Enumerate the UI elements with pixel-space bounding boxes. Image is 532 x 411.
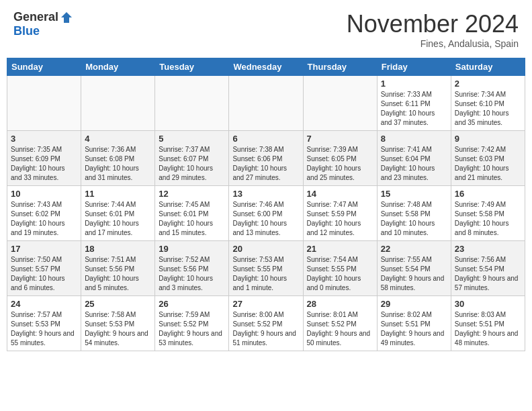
logo-icon <box>60 11 73 24</box>
calendar-header-wednesday: Wednesday <box>229 58 303 76</box>
calendar-header-saturday: Saturday <box>451 58 525 76</box>
day-number: 24 <box>11 299 77 309</box>
day-number: 13 <box>232 189 299 199</box>
calendar-day: 28Sunrise: 8:01 AM Sunset: 5:52 PM Dayli… <box>303 296 377 351</box>
day-number: 27 <box>232 299 299 309</box>
calendar-day: 19Sunrise: 7:52 AM Sunset: 5:56 PM Dayli… <box>155 241 229 296</box>
calendar-header-row: SundayMondayTuesdayWednesdayThursdayFrid… <box>7 58 525 76</box>
calendar-week-row: 10Sunrise: 7:43 AM Sunset: 6:02 PM Dayli… <box>7 186 525 241</box>
calendar-week-row: 17Sunrise: 7:50 AM Sunset: 5:57 PM Dayli… <box>7 241 525 296</box>
location-text: Fines, Andalusia, Spain <box>347 38 519 49</box>
calendar-day: 1Sunrise: 7:33 AM Sunset: 6:11 PM Daylig… <box>377 76 451 131</box>
day-info: Sunrise: 8:00 AM Sunset: 5:52 PM Dayligh… <box>232 310 299 348</box>
day-info: Sunrise: 7:54 AM Sunset: 5:55 PM Dayligh… <box>307 255 373 293</box>
calendar-day <box>303 76 377 131</box>
day-info: Sunrise: 7:36 AM Sunset: 6:08 PM Dayligh… <box>85 145 151 183</box>
calendar-day: 17Sunrise: 7:50 AM Sunset: 5:57 PM Dayli… <box>7 241 81 296</box>
day-number: 2 <box>455 79 521 89</box>
calendar-day <box>155 76 229 131</box>
calendar-day: 11Sunrise: 7:44 AM Sunset: 6:01 PM Dayli… <box>81 186 155 241</box>
calendar-day: 9Sunrise: 7:42 AM Sunset: 6:03 PM Daylig… <box>451 131 525 186</box>
day-info: Sunrise: 7:48 AM Sunset: 5:58 PM Dayligh… <box>381 200 447 238</box>
day-number: 23 <box>455 244 521 254</box>
calendar-day: 3Sunrise: 7:35 AM Sunset: 6:09 PM Daylig… <box>7 131 81 186</box>
day-info: Sunrise: 8:01 AM Sunset: 5:52 PM Dayligh… <box>307 310 373 348</box>
calendar-header-thursday: Thursday <box>303 58 377 76</box>
day-number: 7 <box>307 134 373 144</box>
day-info: Sunrise: 7:58 AM Sunset: 5:53 PM Dayligh… <box>85 310 151 348</box>
day-number: 25 <box>85 299 151 309</box>
day-info: Sunrise: 7:35 AM Sunset: 6:09 PM Dayligh… <box>11 145 77 183</box>
day-number: 18 <box>85 244 151 254</box>
calendar-day: 27Sunrise: 8:00 AM Sunset: 5:52 PM Dayli… <box>229 296 303 351</box>
day-number: 22 <box>381 244 447 254</box>
day-info: Sunrise: 7:41 AM Sunset: 6:04 PM Dayligh… <box>381 145 447 183</box>
day-number: 20 <box>232 244 299 254</box>
day-info: Sunrise: 7:46 AM Sunset: 6:00 PM Dayligh… <box>232 200 299 238</box>
day-number: 14 <box>307 189 373 199</box>
calendar-day: 23Sunrise: 7:56 AM Sunset: 5:54 PM Dayli… <box>451 241 525 296</box>
day-info: Sunrise: 7:37 AM Sunset: 6:07 PM Dayligh… <box>159 145 225 183</box>
day-info: Sunrise: 7:53 AM Sunset: 5:55 PM Dayligh… <box>232 255 299 293</box>
calendar-header-monday: Monday <box>81 58 155 76</box>
day-info: Sunrise: 7:55 AM Sunset: 5:54 PM Dayligh… <box>381 255 447 293</box>
day-number: 9 <box>455 134 521 144</box>
calendar-day: 20Sunrise: 7:53 AM Sunset: 5:55 PM Dayli… <box>229 241 303 296</box>
logo-general-text: General <box>13 10 58 24</box>
day-info: Sunrise: 7:34 AM Sunset: 6:10 PM Dayligh… <box>455 90 521 128</box>
day-number: 19 <box>159 244 225 254</box>
day-info: Sunrise: 7:51 AM Sunset: 5:56 PM Dayligh… <box>85 255 151 293</box>
calendar-day: 30Sunrise: 8:03 AM Sunset: 5:51 PM Dayli… <box>451 296 525 351</box>
calendar-header-sunday: Sunday <box>7 58 81 76</box>
day-info: Sunrise: 7:44 AM Sunset: 6:01 PM Dayligh… <box>85 200 151 238</box>
day-number: 26 <box>159 299 225 309</box>
day-number: 1 <box>381 79 447 89</box>
day-info: Sunrise: 8:02 AM Sunset: 5:51 PM Dayligh… <box>381 310 447 348</box>
day-info: Sunrise: 7:52 AM Sunset: 5:56 PM Dayligh… <box>159 255 225 293</box>
day-info: Sunrise: 7:57 AM Sunset: 5:53 PM Dayligh… <box>11 310 77 348</box>
calendar-day: 25Sunrise: 7:58 AM Sunset: 5:53 PM Dayli… <box>81 296 155 351</box>
calendar-header-tuesday: Tuesday <box>155 58 229 76</box>
day-number: 16 <box>455 189 521 199</box>
calendar-day: 7Sunrise: 7:39 AM Sunset: 6:05 PM Daylig… <box>303 131 377 186</box>
calendar-day: 16Sunrise: 7:49 AM Sunset: 5:58 PM Dayli… <box>451 186 525 241</box>
calendar-day: 24Sunrise: 7:57 AM Sunset: 5:53 PM Dayli… <box>7 296 81 351</box>
day-number: 30 <box>455 299 521 309</box>
day-number: 5 <box>159 134 225 144</box>
calendar-day: 4Sunrise: 7:36 AM Sunset: 6:08 PM Daylig… <box>81 131 155 186</box>
day-info: Sunrise: 7:49 AM Sunset: 5:58 PM Dayligh… <box>455 200 521 238</box>
calendar-day: 21Sunrise: 7:54 AM Sunset: 5:55 PM Dayli… <box>303 241 377 296</box>
day-info: Sunrise: 8:03 AM Sunset: 5:51 PM Dayligh… <box>455 310 521 348</box>
day-info: Sunrise: 7:45 AM Sunset: 6:01 PM Dayligh… <box>159 200 225 238</box>
day-info: Sunrise: 7:33 AM Sunset: 6:11 PM Dayligh… <box>381 90 447 128</box>
title-section: November 2024 Fines, Andalusia, Spain <box>347 10 519 49</box>
day-number: 11 <box>85 189 151 199</box>
day-number: 28 <box>307 299 373 309</box>
calendar-day: 14Sunrise: 7:47 AM Sunset: 5:59 PM Dayli… <box>303 186 377 241</box>
day-info: Sunrise: 7:39 AM Sunset: 6:05 PM Dayligh… <box>307 145 373 183</box>
calendar-day: 26Sunrise: 7:59 AM Sunset: 5:52 PM Dayli… <box>155 296 229 351</box>
calendar-day: 13Sunrise: 7:46 AM Sunset: 6:00 PM Dayli… <box>229 186 303 241</box>
calendar-day: 2Sunrise: 7:34 AM Sunset: 6:10 PM Daylig… <box>451 76 525 131</box>
svg-marker-0 <box>61 12 72 23</box>
day-number: 4 <box>85 134 151 144</box>
day-info: Sunrise: 7:43 AM Sunset: 6:02 PM Dayligh… <box>11 200 77 238</box>
calendar-day: 8Sunrise: 7:41 AM Sunset: 6:04 PM Daylig… <box>377 131 451 186</box>
calendar-week-row: 24Sunrise: 7:57 AM Sunset: 5:53 PM Dayli… <box>7 296 525 351</box>
calendar-day <box>229 76 303 131</box>
day-number: 3 <box>11 134 77 144</box>
day-number: 10 <box>11 189 77 199</box>
page-header: General Blue November 2024 Fines, Andalu… <box>7 7 525 52</box>
calendar-day: 22Sunrise: 7:55 AM Sunset: 5:54 PM Dayli… <box>377 241 451 296</box>
day-info: Sunrise: 7:47 AM Sunset: 5:59 PM Dayligh… <box>307 200 373 238</box>
calendar-day: 29Sunrise: 8:02 AM Sunset: 5:51 PM Dayli… <box>377 296 451 351</box>
day-number: 8 <box>381 134 447 144</box>
day-info: Sunrise: 7:56 AM Sunset: 5:54 PM Dayligh… <box>455 255 521 293</box>
calendar-day: 18Sunrise: 7:51 AM Sunset: 5:56 PM Dayli… <box>81 241 155 296</box>
day-number: 15 <box>381 189 447 199</box>
month-title: November 2024 <box>347 10 519 38</box>
calendar-day: 12Sunrise: 7:45 AM Sunset: 6:01 PM Dayli… <box>155 186 229 241</box>
day-number: 17 <box>11 244 77 254</box>
calendar-day: 6Sunrise: 7:38 AM Sunset: 6:06 PM Daylig… <box>229 131 303 186</box>
logo-blue-text: Blue <box>13 24 40 38</box>
